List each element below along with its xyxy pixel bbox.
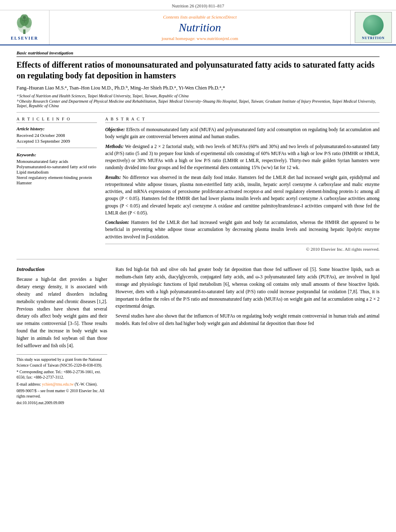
divider-2 (16, 259, 380, 259)
nutrition-logo-box: NUTRITION (351, 10, 396, 45)
article-info-col: A R T I C L E I N F O Article history: R… (16, 117, 97, 252)
abstract-results: Results: No difference was observed in t… (105, 174, 380, 217)
objective-text: Effects of monounsaturated fatty acid (M… (105, 127, 380, 139)
introduction-section: Introduction Because a high-fat diet pro… (16, 266, 380, 407)
homepage-url: www.nutritionjrnl.com (197, 36, 238, 41)
journal-banner: ELSEVIER Contents lists available at Sci… (0, 10, 396, 45)
journal-center-info: Contents lists available at ScienceDirec… (50, 10, 351, 45)
intro-right-para-1: Rats fed high-fat fish and olive oils ha… (116, 266, 380, 310)
citation-text: Nutrition 26 (2010) 811–817 (172, 3, 224, 8)
article-title: Effects of different ratios of monounsat… (16, 59, 380, 81)
article-content: Basic nutritional investigation Effects … (0, 45, 396, 412)
affiliation-b: ᵇ Obesity Research Center and Department… (16, 99, 380, 108)
footnote-area: This study was supported by a grant from… (16, 354, 107, 406)
intro-left-col: Introduction Because a high-fat diet pro… (16, 266, 107, 407)
footnote-corresponding: * Corresponding author. Tel.: +886-2-273… (16, 370, 107, 381)
results-text: No difference was observed in the mean d… (105, 175, 380, 215)
keyword-5: Hamster (16, 180, 97, 185)
authors-line: Fang–Hsuean Liao M.S.ᵃ, Tsan–Hon Liou M.… (16, 85, 380, 91)
results-label: Results: (105, 175, 121, 180)
abstract-conclusion: Conclusion: Hamsters fed the LMLR diet h… (105, 219, 380, 240)
elsevier-tree-icon (12, 14, 37, 35)
footnote-funding: This study was supported by a grant from… (16, 357, 107, 368)
conclusion-label: Conclusion: (105, 220, 129, 225)
history-label: Article history: (16, 126, 97, 131)
svg-point-5 (23, 16, 26, 19)
divider-keywords (16, 148, 97, 148)
journal-homepage: journal homepage: www.nutritionjrnl.com (162, 36, 238, 41)
journal-title: Nutrition (179, 21, 221, 34)
abstract-text: Objective: Effects of monounsaturated fa… (105, 126, 380, 252)
email-link: ychien@tmu.edu.tw (42, 382, 74, 386)
article-info-abstract: A R T I C L E I N F O Article history: R… (16, 117, 380, 252)
elsevier-logo: ELSEVIER (0, 10, 50, 45)
elsevier-wordmark: ELSEVIER (11, 36, 38, 40)
conclusion-text: Hamsters fed the LMLR diet had increased… (105, 220, 380, 239)
abstract-copyright: © 2010 Elsevier Inc. All rights reserved… (105, 244, 380, 253)
abstract-methods: Methods: We designed a 2 × 2 factorial s… (105, 143, 380, 172)
journal-citation: Nutrition 26 (2010) 811–817 (0, 0, 396, 10)
methods-text: We designed a 2 × 2 factorial study, wit… (105, 144, 380, 170)
received-date: Received 24 October 2008 (16, 133, 97, 138)
sciencedirect-name: ScienceDirect (212, 14, 237, 19)
nutrition-circle-graphic (363, 15, 384, 35)
abstract-col: A B S T R A C T Objective: Effects of mo… (105, 117, 380, 252)
keyword-3: Lipid metabolism (16, 169, 97, 174)
keyword-4: Sterol regulatory element-binding protei… (16, 175, 97, 180)
intro-right-text: Rats fed high-fat fish and olive oils ha… (116, 266, 380, 327)
section-tag: Basic nutritional investigation (16, 50, 380, 57)
footnote-text: This study was supported by a grant from… (16, 357, 107, 406)
keywords-header: Keywords: (16, 152, 97, 157)
objective-label: Objective: (105, 127, 125, 132)
intro-heading: Introduction (16, 266, 107, 273)
footnote-doi: doi:10.1016/j.nut.2009.09.009 (16, 400, 107, 406)
intro-para-1: Because a high-fat diet provides a highe… (16, 276, 107, 349)
footnote-issn: 0899-9007/$ – see front matter © 2010 El… (16, 388, 107, 400)
sciencedirect-line: Contents lists available at ScienceDirec… (163, 14, 237, 19)
footnote-email: E-mail address: ychien@tmu.edu.tw (Y.-W.… (16, 382, 107, 387)
intro-left-para: Because a high-fat diet provides a highe… (16, 276, 107, 349)
abstract-objective: Objective: Effects of monounsaturated fa… (105, 126, 380, 141)
abstract-header: A B S T R A C T (105, 117, 380, 123)
nutrition-logo: NUTRITION (355, 12, 392, 43)
intro-right-para-2: Several studies have also shown that the… (116, 313, 380, 327)
divider-1 (16, 112, 380, 113)
intro-right-col: Rats fed high-fat fish and olive oils ha… (116, 266, 380, 407)
methods-label: Methods: (105, 144, 124, 149)
accepted-date: Accepted 13 September 2009 (16, 139, 97, 144)
keyword-2: Polyunsaturated-to-saturated fatty acid … (16, 164, 97, 169)
article-info-header: A R T I C L E I N F O (16, 117, 97, 123)
keyword-1: Monounsaturated fatty acids (16, 159, 97, 164)
affiliation-a: ᵃ School of Nutrition and Health Science… (16, 94, 380, 98)
